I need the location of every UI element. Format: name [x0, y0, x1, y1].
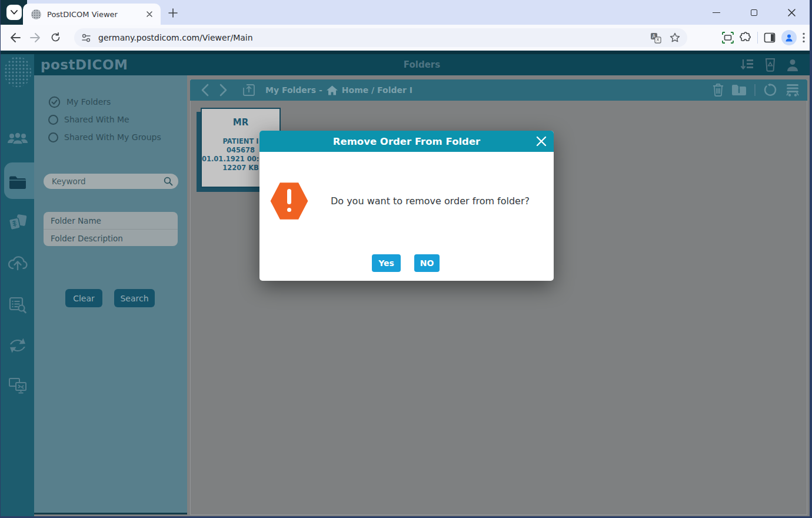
extensions-puzzle-icon[interactable]: [740, 32, 751, 44]
translate-icon[interactable]: A: [650, 32, 661, 44]
radio-shared-with-me[interactable]: Shared With Me: [48, 112, 129, 127]
radio-selected-icon: [48, 96, 61, 108]
screenshot-capture-icon[interactable]: [722, 32, 734, 44]
share-sync-icon: [9, 337, 26, 354]
radio-label: My Folders: [66, 97, 111, 107]
worklist-search-icon: [9, 296, 26, 314]
radio-icon: [48, 132, 58, 142]
maximize-button[interactable]: [744, 4, 764, 21]
minimize-button[interactable]: [706, 4, 726, 21]
folder-name-input[interactable]: [44, 212, 178, 229]
keyword-input[interactable]: [44, 174, 178, 189]
account-person-icon[interactable]: [786, 58, 799, 72]
profile-avatar[interactable]: [781, 30, 797, 45]
dialog-header: Remove Order From Folder: [259, 131, 554, 152]
radio-shared-with-groups[interactable]: Shared With My Groups: [48, 130, 161, 144]
reload-button[interactable]: [45, 28, 65, 48]
favicon-brain-icon: [31, 9, 41, 19]
radio-my-folders[interactable]: My Folders: [48, 95, 111, 109]
icon-sidebar: [1, 54, 34, 516]
cloud-upload-icon: [8, 254, 28, 271]
image-series-icon: [8, 214, 27, 231]
side-panel-icon[interactable]: [764, 32, 776, 44]
tab-close-icon[interactable]: [144, 9, 155, 19]
forward-button[interactable]: [25, 28, 45, 48]
sidebar-item-upload[interactable]: [1, 246, 34, 279]
site-settings-icon[interactable]: [81, 33, 91, 43]
folder-info-icon[interactable]: [731, 84, 747, 97]
folder-description-input[interactable]: [44, 230, 178, 246]
close-window-button[interactable]: [781, 4, 801, 21]
sidebar-item-devices[interactable]: [1, 370, 34, 403]
chevron-down-icon: [11, 10, 18, 15]
app-header: postDICOM Folders: [34, 54, 810, 75]
no-button[interactable]: NO: [414, 254, 440, 272]
url-text[interactable]: germany.postdicom.com/Viewer/Main: [98, 33, 650, 42]
sidebar-item-patients[interactable]: [1, 122, 34, 155]
keyword-search-wrap: [44, 174, 178, 189]
new-tab-button[interactable]: [168, 8, 178, 18]
remove-order-dialog: Remove Order From Folder Do you want to …: [259, 131, 554, 281]
dialog-close-icon[interactable]: [536, 136, 547, 147]
window-controls: [706, 0, 806, 25]
nav-back-icon[interactable]: [201, 84, 209, 97]
nav-forward-icon[interactable]: [219, 84, 228, 97]
recycle-bin-icon[interactable]: [764, 58, 776, 72]
card-modality: MR: [202, 117, 279, 128]
radio-icon: [48, 115, 58, 125]
tab-title: PostDICOM Viewer: [47, 10, 144, 19]
home-icon[interactable]: [327, 85, 338, 95]
folder-filter-panel: My Folders Shared With Me Shared With My…: [34, 75, 187, 514]
sidebar-item-worklist[interactable]: [1, 288, 34, 321]
app-logo: postDICOM: [41, 57, 128, 72]
refresh-icon[interactable]: [763, 83, 777, 97]
dialog-title: Remove Order From Folder: [333, 136, 481, 147]
back-button[interactable]: [5, 28, 25, 48]
search-button[interactable]: Search: [114, 289, 155, 307]
bookmark-star-icon[interactable]: [670, 32, 680, 43]
header-actions: [740, 54, 799, 75]
browser-toolbar: germany.postdicom.com/Viewer/Main A: [1, 25, 810, 51]
breadcrumb-prefix[interactable]: My Folders -: [265, 85, 322, 95]
toolbar-separator: [757, 32, 758, 44]
browser-window: PostDICOM Viewer: [0, 0, 812, 518]
breadcrumb-separator: [754, 84, 756, 96]
browser-tab[interactable]: PostDICOM Viewer: [23, 4, 161, 25]
postdicom-app: postDICOM Folders: [1, 51, 810, 516]
toolbar-right-icons: [722, 28, 805, 47]
breadcrumb-path[interactable]: Home / Folder I: [342, 85, 412, 95]
radio-label: Shared With Me: [64, 115, 129, 124]
dialog-message: Do you want to remove order from folder?: [316, 195, 544, 207]
sidebar-item-images[interactable]: [1, 206, 34, 239]
address-bar[interactable]: germany.postdicom.com/Viewer/Main A: [74, 28, 687, 47]
breadcrumb-bar: My Folders - Home / Folder I: [190, 79, 807, 101]
yes-button[interactable]: Yes: [372, 254, 401, 272]
breadcrumb: My Folders - Home / Folder I: [265, 85, 412, 95]
clear-button[interactable]: Clear: [65, 289, 102, 307]
warning-hexagon-icon: [270, 182, 308, 220]
browser-menu-kebab-icon[interactable]: [803, 32, 805, 43]
patients-group-icon: [7, 131, 28, 147]
sidebar-item-share[interactable]: [1, 329, 34, 362]
folder-filter-inputs: [44, 212, 178, 246]
search-icon[interactable]: [164, 177, 173, 186]
radio-label: Shared With My Groups: [64, 132, 161, 142]
tab-search-button[interactable]: [6, 5, 22, 20]
remote-devices-icon: [8, 377, 27, 395]
postdicom-brain-logo-icon: [4, 57, 31, 87]
sidebar-item-folders[interactable]: [1, 165, 34, 198]
folders-icon: [8, 174, 27, 190]
page-title: Folders: [404, 59, 440, 70]
browser-tab-strip: PostDICOM Viewer: [1, 0, 810, 25]
move-up-folder-icon[interactable]: [242, 83, 256, 97]
delete-trash-icon[interactable]: [713, 84, 724, 97]
breadcrumb-actions: [713, 83, 800, 97]
print-queue-icon[interactable]: [785, 83, 800, 97]
sort-list-icon[interactable]: [740, 58, 754, 71]
